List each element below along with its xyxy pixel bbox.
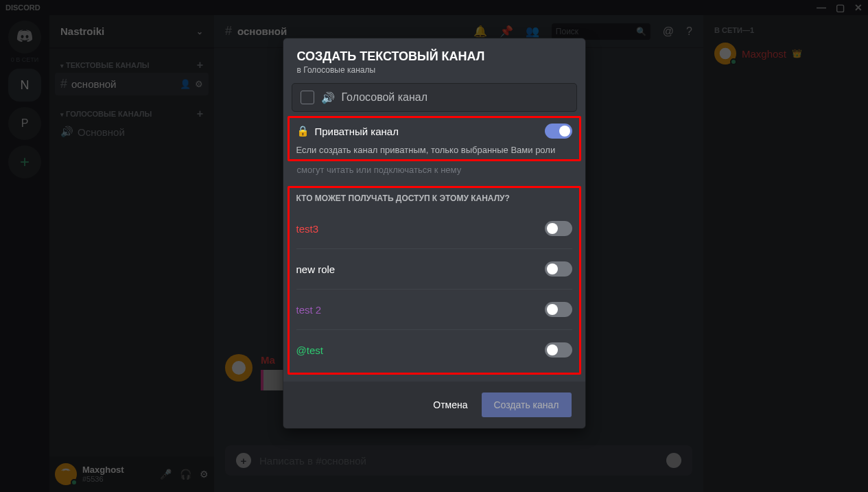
speaker-icon: 🔊 xyxy=(321,91,335,104)
create-button[interactable]: Создать канал xyxy=(482,393,572,417)
modal-title: Создать текстовый канал xyxy=(297,49,572,64)
role-name: @test xyxy=(296,344,323,356)
role-name: test3 xyxy=(296,223,319,235)
role-name: test 2 xyxy=(296,304,322,316)
private-desc-1: Если создать канал приватным, только выб… xyxy=(296,144,572,156)
checkbox[interactable] xyxy=(301,91,314,104)
create-channel-modal: Создать текстовый канал в Голосовые кана… xyxy=(283,38,585,428)
role-toggle[interactable] xyxy=(545,342,572,358)
role-toggle[interactable] xyxy=(545,261,572,277)
private-label: Приватный канал xyxy=(315,126,399,137)
highlight-roles: КТО МОЖЕТ ПОЛУЧАТЬ ДОСТУП К ЭТОМУ КАНАЛУ… xyxy=(288,186,581,375)
private-desc-2: смогут читать или подключаться к нему xyxy=(283,163,585,185)
access-title: КТО МОЖЕТ ПОЛУЧАТЬ ДОСТУП К ЭТОМУ КАНАЛУ… xyxy=(296,194,572,203)
modal-subtitle: в Голосовые каналы xyxy=(297,65,572,75)
highlight-private: 🔒 Приватный канал Если создать канал при… xyxy=(288,116,581,161)
role-row: test 2 xyxy=(296,290,572,330)
voice-channel-label: Голосовой канал xyxy=(342,91,428,104)
private-toggle[interactable] xyxy=(545,124,572,139)
role-name: new role xyxy=(296,263,336,275)
role-toggle[interactable] xyxy=(545,221,572,236)
role-toggle[interactable] xyxy=(545,302,572,317)
role-row: @test xyxy=(296,330,572,370)
role-row: test3 xyxy=(296,209,572,249)
role-row: new role xyxy=(296,249,572,290)
channel-type-voice[interactable]: 🔊 Голосовой канал xyxy=(292,83,577,112)
cancel-button[interactable]: Отмена xyxy=(433,399,467,410)
lock-icon: 🔒 xyxy=(296,125,309,137)
